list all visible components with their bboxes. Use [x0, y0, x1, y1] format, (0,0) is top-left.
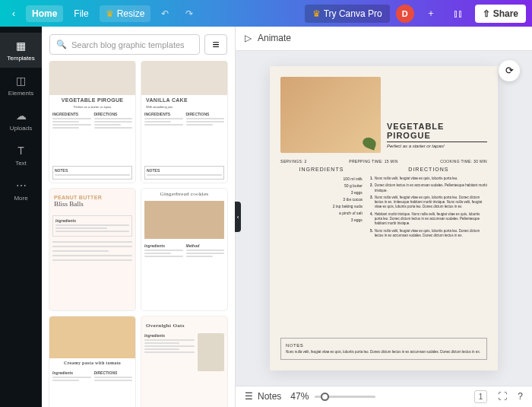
- template-thumb: [141, 61, 227, 95]
- canvas-viewport[interactable]: ⟳ VEGETABLE PIROGUE Perfect as a starter…: [236, 51, 532, 386]
- zoom-controls: 47%: [290, 391, 375, 402]
- page-indicator[interactable]: 1: [474, 390, 488, 403]
- template-thumb: [198, 333, 224, 371]
- insights-button[interactable]: ⫿⫿: [448, 5, 469, 22]
- recipe-notes: NOTES Nunc nulla velit, feugiat vitae ex…: [280, 338, 487, 360]
- more-icon: ⋯: [14, 179, 28, 192]
- notes-icon: ☰: [245, 391, 253, 402]
- doc-hero: VEGETABLE PIROGUE Perfect as a starter o…: [280, 77, 487, 153]
- prep-time: PREPPING TIME: 15 MIN: [349, 159, 397, 164]
- templates-panel: 🔍 Search blog graphic templates ≡ VEGETA…: [42, 27, 236, 407]
- template-title: Gingerbread cookies: [141, 189, 227, 199]
- template-card[interactable]: PEANUT BUTTER Bliss Balls Ingredients: [49, 189, 135, 310]
- redo-button[interactable]: ↷: [179, 5, 199, 22]
- resize-button[interactable]: ♛Resize: [100, 5, 151, 22]
- recipe-subtitle: Perfect as a starter or tapas!: [387, 144, 487, 148]
- avatar[interactable]: D: [396, 5, 414, 23]
- canvas-toolbar: ▷ Animate: [236, 27, 532, 51]
- chevron-left-icon: ‹: [12, 8, 15, 19]
- template-thumb: [49, 316, 135, 358]
- template-thumb: [49, 61, 135, 95]
- topbar: ‹ Home File ♛Resize ↶ ↷ ♛Try Canva Pro D…: [0, 0, 532, 27]
- servings: SERVINGS: 2: [280, 159, 307, 164]
- template-title: Creamy pasta with tomato: [49, 358, 135, 367]
- search-row: 🔍 Search blog graphic templates ≡: [42, 27, 235, 61]
- uploads-icon: ☁: [14, 109, 28, 122]
- back-button[interactable]: ‹: [6, 5, 21, 22]
- slider-thumb[interactable]: [321, 393, 329, 401]
- chart-icon: ⫿⫿: [454, 8, 463, 19]
- animate-button[interactable]: Animate: [258, 33, 291, 43]
- zoom-level[interactable]: 47%: [290, 391, 309, 402]
- home-button[interactable]: Home: [26, 5, 63, 22]
- template-title: VEGETABLE PIROGUE: [49, 95, 135, 105]
- recipe-columns: INGREDIENTS 100 ml milk 50 g butter 3 eg…: [280, 167, 487, 240]
- undo-button[interactable]: ↶: [155, 5, 175, 22]
- template-title: Overnight Oats: [141, 316, 227, 330]
- search-icon: 🔍: [56, 40, 67, 49]
- try-pro-button[interactable]: ♛Try Canva Pro: [305, 5, 390, 23]
- directions-col: DIRECTIONS 1.Nunc nulla velit, feugiat v…: [370, 167, 487, 240]
- refresh-icon: ⟳: [505, 65, 514, 76]
- canvas-area: ▷ Animate ⟳ VEGETABLE PIROGUE Perfect as…: [236, 27, 532, 407]
- search-input[interactable]: 🔍 Search blog graphic templates: [49, 34, 200, 55]
- rail-elements[interactable]: ◫Elements: [0, 68, 42, 103]
- add-button[interactable]: ＋: [420, 4, 442, 23]
- bottom-right: 1 ⛶ ?: [474, 390, 523, 403]
- filter-button[interactable]: ≡: [204, 34, 227, 55]
- crown-icon: ♛: [106, 8, 114, 19]
- doc-heading: VEGETABLE PIROGUE Perfect as a starter o…: [387, 77, 487, 153]
- template-title: PEANUT BUTTER: [49, 189, 135, 200]
- upload-icon: ⇧: [483, 8, 490, 19]
- text-icon: T: [14, 144, 28, 157]
- crown-icon: ♛: [312, 8, 321, 19]
- side-rail: ▦Templates ◫Elements ☁Uploads TText ⋯Mor…: [0, 27, 42, 407]
- zoom-slider[interactable]: [315, 396, 375, 398]
- rail-text[interactable]: TText: [0, 138, 42, 173]
- ingredients-col: INGREDIENTS 100 ml milk 50 g butter 3 eg…: [280, 167, 363, 240]
- templates-grid: VEGETABLE PIROGUE Perfect as a starter o…: [42, 61, 235, 407]
- bottom-bar: ☰Notes 47% 1 ⛶ ?: [236, 386, 532, 407]
- refresh-button[interactable]: ⟳: [499, 60, 520, 81]
- file-menu[interactable]: File: [68, 5, 94, 22]
- template-title: VANILLA CAKE: [141, 95, 227, 105]
- fullscreen-button[interactable]: ⛶: [498, 391, 507, 402]
- notes-button[interactable]: ☰Notes: [245, 391, 281, 402]
- sliders-icon: ≡: [212, 38, 219, 52]
- topbar-right: ♛Try Canva Pro D ＋ ⫿⫿ ⇧Share: [305, 4, 526, 23]
- template-card[interactable]: Overnight Oats Ingredients: [141, 316, 227, 407]
- animate-icon: ▷: [245, 33, 252, 43]
- template-card[interactable]: Gingerbread cookies IngredientsMethod: [141, 189, 227, 310]
- help-button[interactable]: ?: [518, 391, 523, 402]
- template-thumb: [144, 201, 224, 239]
- recipe-title: VEGETABLE PIROGUE: [387, 122, 487, 142]
- cook-time: COOKING TIME: 30 MIN: [440, 159, 487, 164]
- template-card[interactable]: VEGETABLE PIROGUE Perfect as a starter o…: [49, 61, 135, 183]
- rail-templates[interactable]: ▦Templates: [0, 33, 42, 68]
- main: ▦Templates ◫Elements ☁Uploads TText ⋯Mor…: [0, 27, 532, 407]
- document-page[interactable]: VEGETABLE PIROGUE Perfect as a starter o…: [270, 66, 498, 370]
- templates-icon: ▦: [14, 39, 28, 52]
- recipe-meta: SERVINGS: 2 PREPPING TIME: 15 MIN COOKIN…: [280, 153, 487, 167]
- share-button[interactable]: ⇧Share: [475, 5, 526, 23]
- template-card[interactable]: Creamy pasta with tomato IngredientsDIRE…: [49, 316, 135, 407]
- recipe-photo: [280, 77, 381, 153]
- topbar-left: ‹ Home File ♛Resize ↶ ↷: [6, 5, 199, 22]
- template-card[interactable]: VANILLA CAKE With strawberry jam INGREDI…: [141, 61, 227, 183]
- rail-uploads[interactable]: ☁Uploads: [0, 103, 42, 138]
- elements-icon: ◫: [14, 74, 28, 87]
- rail-more[interactable]: ⋯More: [0, 173, 42, 208]
